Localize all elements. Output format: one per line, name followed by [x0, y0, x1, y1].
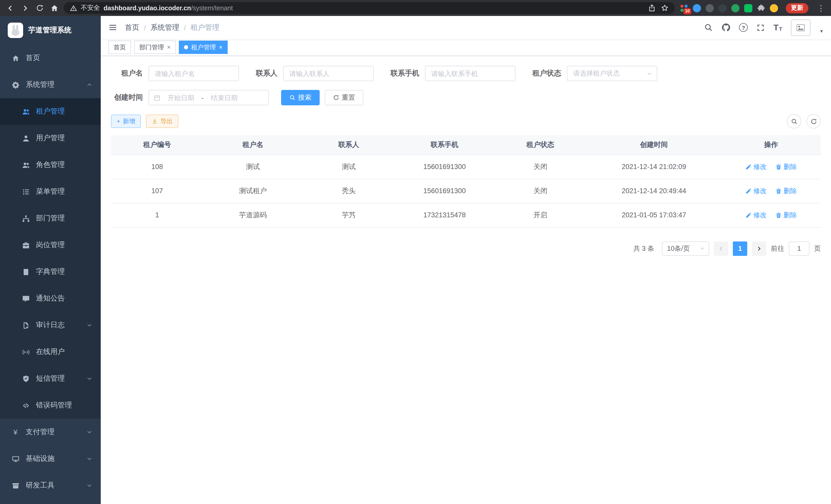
- tab-dept-management[interactable]: 部门管理 ×: [134, 40, 176, 54]
- extensions-puzzle-icon[interactable]: [757, 4, 765, 12]
- delete-link[interactable]: 删除: [775, 210, 797, 219]
- users-icon: [22, 108, 30, 116]
- contact-input[interactable]: [283, 66, 374, 81]
- breadcrumb-system[interactable]: 系统管理: [150, 23, 179, 32]
- toggle-search-button[interactable]: [787, 114, 801, 128]
- log-icon: [22, 321, 30, 329]
- sidebar-toggle-icon[interactable]: [101, 23, 125, 32]
- delete-link[interactable]: 删除: [775, 186, 797, 196]
- sidebar-item-online-users[interactable]: 在线用户: [0, 338, 101, 365]
- sidebar-item-dict-management[interactable]: 字典管理: [0, 259, 101, 285]
- date-start-input[interactable]: [163, 93, 199, 102]
- sidebar-item-home[interactable]: 首页: [0, 45, 101, 71]
- security-label: 不安全: [81, 4, 100, 12]
- sidebar: 芋道管理系统 首页 系统管理 租户管理: [0, 16, 101, 504]
- sidebar-item-user-management[interactable]: 用户管理: [0, 125, 101, 152]
- breadcrumb-separator: /: [144, 23, 146, 32]
- sidebar-item-dev-tools[interactable]: 研发工具: [0, 472, 101, 499]
- refresh-table-button[interactable]: [806, 114, 821, 128]
- font-size-icon[interactable]: TT: [773, 23, 782, 32]
- sidebar-item-sms-management[interactable]: 短信管理: [0, 365, 101, 392]
- contact-label: 联系人: [256, 69, 278, 78]
- browser-back-icon[interactable]: [6, 4, 15, 12]
- edit-link[interactable]: 修改: [745, 186, 767, 196]
- browser-forward-icon[interactable]: [21, 4, 29, 12]
- sidebar-item-system-management[interactable]: 系统管理: [0, 71, 101, 98]
- sidebar-item-notice[interactable]: 通知公告: [0, 285, 101, 312]
- users-icon: [22, 161, 30, 169]
- phone-input[interactable]: [425, 66, 515, 81]
- url-text: dashboard.yudao.iocoder.cn/system/tenant: [104, 4, 233, 11]
- sidebar-item-audit-log[interactable]: 审计日志: [0, 312, 101, 338]
- extension-icon[interactable]: [693, 4, 701, 12]
- current-page-button[interactable]: 1: [733, 241, 747, 256]
- share-icon[interactable]: [648, 4, 656, 12]
- tenant-table: 租户编号 租户名 联系人 联系手机 租户状态 创建时间 操作 108 测试: [111, 135, 821, 227]
- sidebar-item-infrastructure[interactable]: 基础设施: [0, 445, 101, 472]
- browser-home-icon[interactable]: [50, 4, 59, 12]
- active-tab-dot: [184, 45, 188, 49]
- screen: 不安全 dashboard.yudao.iocoder.cn/system/te…: [0, 0, 831, 504]
- delete-link[interactable]: 删除: [775, 162, 797, 171]
- tab-tenant-management[interactable]: 租户管理 ×: [179, 40, 228, 54]
- edit-link[interactable]: 修改: [745, 162, 767, 171]
- code-icon: [22, 401, 30, 410]
- extension-icon[interactable]: [744, 4, 752, 12]
- tenant-name-input[interactable]: [148, 66, 239, 81]
- sidebar-item-menu-management[interactable]: 菜单管理: [0, 178, 101, 205]
- github-icon[interactable]: [721, 23, 730, 32]
- fullscreen-icon[interactable]: [756, 23, 765, 32]
- url-bar[interactable]: 不安全 dashboard.yudao.iocoder.cn/system/te…: [64, 2, 675, 14]
- sidebar-item-tenant-management[interactable]: 租户管理: [0, 98, 101, 125]
- sidebar-item-role-management[interactable]: 角色管理: [0, 152, 101, 178]
- search-icon[interactable]: [704, 23, 713, 32]
- bookmark-star-icon[interactable]: [661, 4, 668, 12]
- briefcase-icon: [22, 241, 30, 249]
- browser-menu-icon[interactable]: ⋮: [817, 3, 825, 12]
- tags-view: 首页 部门管理 × 租户管理 ×: [101, 39, 831, 56]
- search-button[interactable]: 搜索: [281, 90, 320, 105]
- refresh-icon: [333, 94, 339, 101]
- next-page-button[interactable]: [752, 241, 766, 256]
- sidebar-item-payment-management[interactable]: ¥ 支付管理: [0, 419, 101, 445]
- profile-avatar-icon[interactable]: [770, 4, 778, 12]
- pagination: 共 3 条 10条/页 1 前往 页: [111, 241, 821, 256]
- create-time-label: 创建时间: [111, 93, 143, 102]
- prev-page-button[interactable]: [714, 241, 728, 256]
- extension-icon[interactable]: [718, 4, 727, 12]
- browser-reload-icon[interactable]: [36, 4, 44, 12]
- goto-page-input[interactable]: [789, 241, 809, 256]
- reset-button[interactable]: 重置: [325, 90, 363, 105]
- extension-badge: 10: [684, 8, 691, 14]
- sidebar-item-post-management[interactable]: 岗位管理: [0, 232, 101, 259]
- close-icon[interactable]: ×: [219, 44, 223, 50]
- extension-icon[interactable]: [706, 4, 714, 12]
- menu-list-icon: [22, 187, 30, 196]
- close-icon[interactable]: ×: [167, 44, 171, 50]
- add-button[interactable]: + 新增: [111, 115, 141, 128]
- comment-icon: [22, 294, 30, 303]
- date-end-input[interactable]: [206, 93, 243, 102]
- download-icon: [152, 118, 158, 124]
- status-select[interactable]: 请选择租户状态: [567, 66, 657, 81]
- extension-dots-icon[interactable]: 10: [680, 4, 688, 12]
- edit-link[interactable]: 修改: [745, 210, 767, 219]
- sidebar-item-error-code-management[interactable]: 错误码管理: [0, 392, 101, 419]
- plus-icon: +: [117, 118, 120, 125]
- sidebar-item-dept-management[interactable]: 部门管理: [0, 205, 101, 232]
- breadcrumb-home[interactable]: 首页: [125, 23, 139, 32]
- date-separator: -: [201, 94, 204, 101]
- chevron-down-icon: [86, 322, 92, 328]
- book-icon: [22, 268, 30, 276]
- table-toolbar: + 新增 导出: [111, 114, 821, 128]
- tab-home[interactable]: 首页: [109, 40, 131, 54]
- date-range-picker[interactable]: -: [148, 90, 269, 105]
- extension-icon[interactable]: [731, 4, 740, 12]
- browser-update-button[interactable]: 更新: [786, 3, 808, 13]
- goto-label: 前往: [771, 244, 784, 253]
- help-icon[interactable]: ?: [739, 23, 748, 32]
- avatar[interactable]: [791, 19, 810, 36]
- chevron-down-icon: [699, 245, 705, 251]
- page-size-select[interactable]: 10条/页: [662, 241, 709, 256]
- export-button[interactable]: 导出: [146, 115, 178, 128]
